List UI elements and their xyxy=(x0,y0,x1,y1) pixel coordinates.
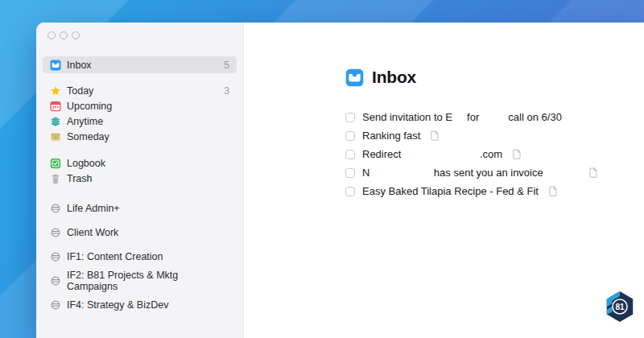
sidebar-item-if2-b81-projects-mktg-campaigns[interactable]: IF2: B81 Projects & Mktg Campaigns xyxy=(43,273,237,288)
item-count-badge: 5 xyxy=(224,60,229,71)
minimize-button[interactable] xyxy=(60,31,68,39)
task-row[interactable]: Easy Baked Tilapia Recipe - Fed & Fit xyxy=(345,182,644,200)
inbox-icon xyxy=(50,60,61,71)
sidebar-item-inbox[interactable]: Inbox5 xyxy=(43,56,237,73)
area-icon xyxy=(50,299,61,311)
sidebar-item-label: Upcoming xyxy=(67,101,112,112)
sidebar-item-label: IF1: Content Creation xyxy=(67,251,163,262)
sidebar-item-label: Inbox xyxy=(67,60,92,71)
sidebar-item-upcoming[interactable]: Upcoming xyxy=(43,98,237,113)
trash-icon xyxy=(50,173,61,184)
inbox-icon xyxy=(345,68,364,87)
note-icon xyxy=(513,149,522,159)
sidebar-item-if1-content-creation[interactable]: IF1: Content Creation xyxy=(43,249,237,264)
sidebar: Inbox5Today3UpcomingAnytimeSomedayLogboo… xyxy=(36,23,244,338)
note-icon xyxy=(549,186,558,196)
sidebar-item-label: Trash xyxy=(67,173,93,184)
sidebar-section: Inbox5 xyxy=(43,56,237,73)
sidebar-item-today[interactable]: Today3 xyxy=(43,83,237,98)
area-icon xyxy=(50,275,61,286)
sidebar-item-label: Today xyxy=(67,85,93,97)
sidebar-item-someday[interactable]: Someday xyxy=(43,129,237,144)
task-checkbox[interactable] xyxy=(345,113,355,122)
b81-logo-text: 81 xyxy=(615,303,625,311)
sidebar-item-logbook[interactable]: Logbook xyxy=(43,155,237,171)
task-row[interactable]: N has sent you an invoice xyxy=(345,163,644,182)
task-title: Ranking fast xyxy=(362,130,420,142)
task-checkbox[interactable] xyxy=(345,150,355,159)
calendar-icon xyxy=(50,101,61,112)
sidebar-item-label: Anytime xyxy=(67,116,103,127)
task-row[interactable]: Send invitation to E for call on 6/30 xyxy=(345,108,644,126)
note-icon xyxy=(589,167,598,178)
sidebar-item-client-work[interactable]: Client Work xyxy=(43,225,237,240)
page-header: Inbox xyxy=(345,68,644,87)
things-app-window: Inbox5Today3UpcomingAnytimeSomedayLogboo… xyxy=(36,23,644,338)
task-title: Redirect .com xyxy=(362,148,502,160)
task-title: N has sent you an invoice xyxy=(362,167,543,179)
sidebar-item-if4-strategy-bizdev[interactable]: IF4: Strategy & BizDev xyxy=(43,297,237,312)
sidebar-section: LogbookTrash xyxy=(43,155,237,186)
layers-icon xyxy=(50,116,61,127)
task-row[interactable]: Redirect .com xyxy=(345,145,644,163)
item-count-badge: 3 xyxy=(224,85,229,97)
area-icon xyxy=(50,227,61,238)
area-icon xyxy=(50,203,61,214)
star-icon xyxy=(50,85,61,97)
task-checkbox[interactable] xyxy=(345,168,355,178)
sidebar-item-life-admin[interactable]: Life Admin+ xyxy=(43,200,237,216)
task-title: Send invitation to E for call on 6/30 xyxy=(362,111,562,123)
task-title: Easy Baked Tilapia Recipe - Fed & Fit xyxy=(362,185,539,197)
sidebar-item-label: Life Admin+ xyxy=(67,203,120,214)
close-button[interactable] xyxy=(47,31,56,39)
zoom-button[interactable] xyxy=(72,31,80,39)
task-checkbox[interactable] xyxy=(345,187,355,196)
sidebar-item-label: Logbook xyxy=(67,158,105,169)
b81-logo: 81 xyxy=(604,290,636,324)
sidebar-section: Today3UpcomingAnytimeSomeday xyxy=(43,83,237,144)
page-title: Inbox xyxy=(372,68,416,87)
task-row[interactable]: Ranking fast xyxy=(345,126,644,145)
box-icon xyxy=(50,131,61,142)
sidebar-item-label: IF2: B81 Projects & Mktg Campaigns xyxy=(67,270,229,292)
sidebar-item-label: Client Work xyxy=(67,227,118,238)
note-icon xyxy=(431,130,440,141)
area-icon xyxy=(50,251,61,262)
sidebar-item-label: IF4: Strategy & BizDev xyxy=(67,299,168,311)
sidebar-nav: Inbox5Today3UpcomingAnytimeSomedayLogboo… xyxy=(43,56,237,312)
sidebar-item-trash[interactable]: Trash xyxy=(43,171,237,186)
sidebar-section: Life Admin+Client WorkIF1: Content Creat… xyxy=(43,200,237,312)
task-list: Send invitation to E for call on 6/30Ran… xyxy=(345,108,644,200)
task-checkbox[interactable] xyxy=(345,131,355,141)
sidebar-item-label: Someday xyxy=(67,131,109,142)
logbook-icon xyxy=(50,158,61,169)
desktop-background: Inbox5Today3UpcomingAnytimeSomedayLogboo… xyxy=(0,0,644,338)
window-controls xyxy=(43,31,237,39)
main-content: Inbox Send invitation to E for call on 6… xyxy=(244,23,644,338)
sidebar-item-anytime[interactable]: Anytime xyxy=(43,113,237,129)
